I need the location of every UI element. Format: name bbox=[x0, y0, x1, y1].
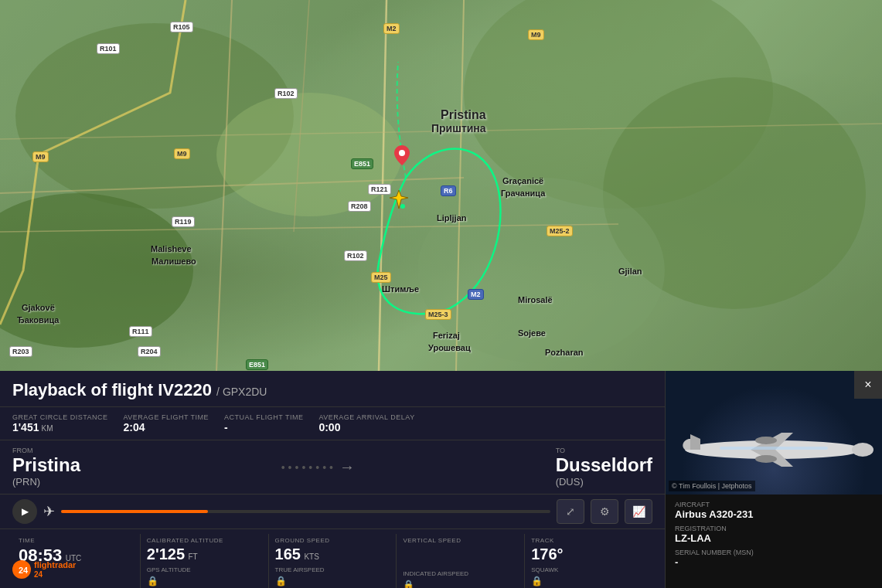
svg-point-21 bbox=[852, 443, 873, 457]
data-row: TIME 08:53 UTC CALIBRATED ALTITUDE 2'125… bbox=[0, 529, 665, 588]
photo-background bbox=[666, 371, 882, 495]
svg-rect-24 bbox=[720, 447, 828, 450]
route-code: / GPX2DU bbox=[216, 386, 267, 398]
ground-speed-value: 165 bbox=[275, 546, 301, 563]
altitude-value: 2'125 bbox=[147, 546, 185, 563]
city-lipljjan: Lipljjan bbox=[437, 213, 467, 223]
road-m9c: M9 bbox=[528, 29, 544, 40]
city-malisheve-cyrillic: Малишево bbox=[152, 257, 196, 266]
city-ferizaj: Ferizaj bbox=[433, 331, 460, 340]
city-gjakova-cyrillic: Ђаковица bbox=[17, 315, 59, 325]
city-pristina-cyrillic: Приштина bbox=[431, 122, 486, 134]
playback-row[interactable]: ▶ ✈ ⤢ ⚙ 📈 bbox=[0, 495, 665, 529]
info-serial-row: SERIAL NUMBER (MSN) - bbox=[675, 549, 873, 568]
svg-point-1 bbox=[15, 23, 294, 209]
svg-line-12 bbox=[0, 124, 882, 139]
stat-avg-flight: AVERAGE FLIGHT TIME 2:04 bbox=[124, 413, 209, 433]
info-aircraft: AIRCRAFT Airbus A320-231 bbox=[675, 501, 753, 520]
road-r208: R208 bbox=[348, 201, 371, 212]
svg-point-15 bbox=[399, 150, 405, 156]
road-r111: R111 bbox=[129, 326, 152, 337]
city-pojeve: Sojeве bbox=[518, 328, 546, 338]
to-iata: (DUS) bbox=[556, 476, 652, 488]
aircraft-icon bbox=[388, 189, 410, 210]
progress-bar[interactable] bbox=[61, 510, 550, 513]
info-reg-row: REGISTRATION LZ-LAA bbox=[675, 525, 873, 544]
col-vertical-speed: VERTICAL SPEED INDICATED AIRSPEED 🔒 bbox=[397, 534, 525, 588]
info-registration: REGISTRATION LZ-LAA bbox=[675, 525, 727, 544]
play-button[interactable]: ▶ bbox=[12, 499, 37, 524]
stats-row: GREAT CIRCLE DISTANCE 1'451 KM AVERAGE F… bbox=[0, 407, 665, 440]
to-city: Dusseldorf bbox=[556, 454, 652, 476]
close-button[interactable]: × bbox=[854, 371, 882, 399]
svg-point-22 bbox=[755, 455, 777, 463]
road-r101: R101 bbox=[97, 43, 120, 54]
city-malisheve: Malisheve bbox=[151, 244, 192, 253]
road-r203: R203 bbox=[9, 346, 32, 357]
chart-button[interactable]: 📈 bbox=[625, 499, 652, 524]
road-m25-3: M25-3 bbox=[425, 309, 451, 320]
road-m9b: M9 bbox=[32, 151, 49, 162]
road-r204: R204 bbox=[138, 346, 161, 357]
route-arrow: •••••••• → bbox=[96, 458, 540, 476]
svg-line-13 bbox=[294, 0, 309, 232]
aircraft-type: Airbus A320-231 bbox=[675, 508, 753, 520]
stat-avg-delay: AVERAGE ARRIVAL DELAY 0:00 bbox=[318, 413, 414, 433]
svg-point-4 bbox=[603, 77, 866, 309]
from-iata: (PRN) bbox=[12, 476, 80, 488]
city-mirosale: Mirosalë bbox=[518, 295, 553, 304]
track-value: 176° bbox=[531, 546, 646, 563]
city-urosevac: Урошевац bbox=[428, 343, 471, 352]
aircraft-info: AIRCRAFT Airbus A320-231 REGISTRATION LZ… bbox=[666, 495, 882, 579]
info-aircraft-row: AIRCRAFT Airbus A320-231 bbox=[675, 501, 873, 520]
route-to: TO Dusseldorf (DUS) bbox=[556, 447, 652, 488]
registration-value: LZ-LAA bbox=[675, 532, 727, 544]
city-gracanice: Graçanicë bbox=[502, 176, 543, 185]
city-pozharan: Pozharan bbox=[545, 348, 584, 357]
col-track: TRACK 176° SQUAWK 🔒 bbox=[525, 534, 652, 588]
lock-icon-speed: 🔒 bbox=[275, 576, 287, 586]
svg-line-11 bbox=[456, 0, 464, 371]
progress-fill bbox=[61, 510, 208, 513]
svg-point-2 bbox=[464, 0, 773, 209]
city-gracanice-cyrillic: Грачаница bbox=[501, 189, 545, 198]
flight-header: Playback of flight IV2220 / GPX2DU bbox=[0, 371, 665, 407]
from-city: Pristina bbox=[12, 454, 80, 476]
serial-value: - bbox=[675, 556, 754, 568]
svg-point-5 bbox=[216, 93, 402, 216]
stat-great-circle: GREAT CIRCLE DISTANCE 1'451 KM bbox=[12, 413, 108, 433]
city-gjilan: Gjilan bbox=[618, 267, 642, 276]
fr24-logo: 24 flightradar 24 bbox=[12, 559, 97, 583]
map-terrain: Pristina Приштина Gjakovë Ђаковица Malis… bbox=[0, 0, 882, 371]
road-e851a: E851 bbox=[351, 158, 373, 169]
road-r119: R119 bbox=[172, 216, 195, 227]
flight-title: Playback of flight IV2220 bbox=[12, 380, 212, 399]
svg-text:24: 24 bbox=[34, 570, 43, 579]
map-area[interactable]: Pristina Приштина Gjakovë Ђаковица Malis… bbox=[0, 0, 882, 371]
city-pristina: Pristina bbox=[441, 108, 486, 122]
road-m25-2: M25-2 bbox=[547, 226, 573, 236]
road-m2: M2 bbox=[383, 23, 400, 34]
road-r6: R6 bbox=[441, 185, 456, 196]
svg-point-23 bbox=[755, 437, 777, 444]
plane-icon: ✈ bbox=[43, 503, 55, 520]
svg-text:24: 24 bbox=[19, 566, 29, 575]
stat-actual-flight: ACTUAL FLIGHT TIME - bbox=[224, 413, 303, 433]
road-r105: R105 bbox=[170, 22, 193, 32]
info-serial: SERIAL NUMBER (MSN) - bbox=[675, 549, 754, 568]
road-m2b: M2 bbox=[468, 289, 484, 300]
svg-line-7 bbox=[216, 0, 232, 371]
svg-line-10 bbox=[0, 224, 618, 232]
lock-icon-alt: 🔒 bbox=[147, 576, 158, 586]
photo-credit: © Tim Foullois | Jetphotos bbox=[669, 481, 755, 491]
road-r102b: R102 bbox=[344, 250, 367, 261]
road-m25: M25 bbox=[371, 272, 391, 283]
bottom-panel: Playback of flight IV2220 / GPX2DU GREAT… bbox=[0, 371, 665, 588]
city-gjakova: Gjakovë bbox=[22, 303, 55, 312]
right-panel: © Tim Foullois | Jetphotos AIRCRAFT Airb… bbox=[665, 371, 882, 588]
svg-point-3 bbox=[0, 193, 193, 348]
zoom-in-button[interactable]: ⤢ bbox=[557, 499, 584, 524]
road-r102: R102 bbox=[274, 88, 298, 99]
lock-icon-vs: 🔒 bbox=[403, 580, 414, 588]
settings-button[interactable]: ⚙ bbox=[591, 499, 618, 524]
